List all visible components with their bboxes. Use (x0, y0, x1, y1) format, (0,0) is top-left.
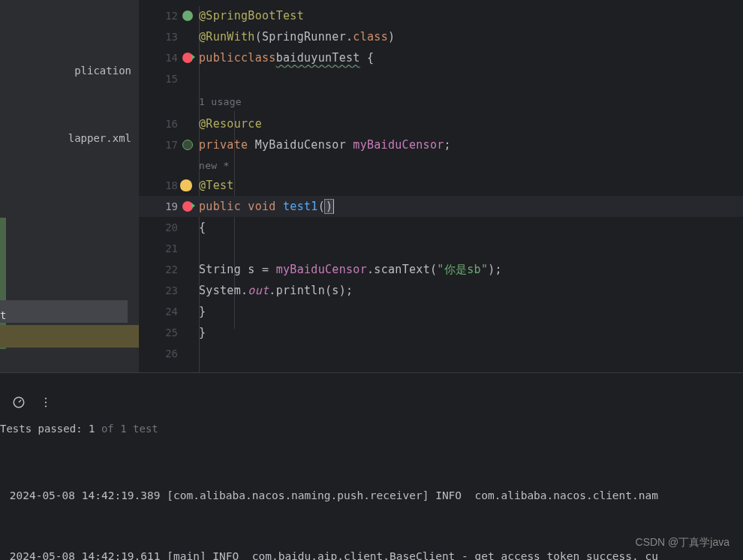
svg-point-2 (45, 402, 47, 403)
annotation: @Test (199, 179, 234, 192)
status-suffix: of 1 test (95, 423, 158, 435)
line-number: 24 (165, 306, 178, 318)
code-line-active[interactable]: public void test1() (199, 196, 743, 217)
line-number: 23 (165, 285, 178, 297)
code-line[interactable]: private MyBaiduCensor myBaiduCensor; (199, 134, 743, 155)
gutter-hint-spacer (139, 89, 199, 113)
code-line[interactable] (199, 68, 743, 89)
gauge-icon[interactable] (12, 396, 26, 409)
gutter-line[interactable]: 25 (139, 322, 199, 343)
line-number: 22 (165, 263, 178, 275)
test-status-bar: Tests passed: 1 of 1 test (0, 415, 743, 445)
gutter-line[interactable]: 26 (139, 343, 199, 364)
svg-point-1 (45, 398, 47, 399)
code-line-hint[interactable]: 1 usage (199, 89, 743, 113)
gutter-line[interactable]: 20 (139, 217, 199, 238)
string-literal: "你是sb" (437, 263, 488, 277)
code-line[interactable]: } (199, 301, 743, 322)
line-number: 20 (165, 221, 178, 233)
lightbulb-icon[interactable] (180, 179, 192, 191)
code-line[interactable]: @Resource (199, 113, 743, 134)
class-name: baiduyunTest (276, 51, 360, 65)
code-editor[interactable]: @SpringBootTest @RunWith(SpringRunner.cl… (199, 0, 743, 372)
method-name: test1 (283, 200, 318, 213)
sidebar-current-bg (0, 325, 139, 348)
line-number: 12 (165, 10, 178, 22)
code-line[interactable]: @RunWith(SpringRunner.class) (199, 26, 743, 47)
text-caret (333, 200, 334, 213)
gutter-line[interactable]: 14 (139, 47, 199, 68)
gutter-line[interactable]: 17 (139, 134, 199, 155)
gutter-line[interactable]: 23 (139, 280, 199, 301)
annotation: @Resource (199, 117, 262, 131)
more-icon[interactable] (39, 396, 53, 409)
line-number: 13 (165, 31, 178, 43)
project-sidebar[interactable]: plication lapper.xml t (0, 0, 139, 372)
code-line[interactable]: System.out.println(s); (199, 280, 743, 301)
code-line[interactable] (199, 238, 743, 259)
line-number: 21 (165, 242, 178, 254)
line-number: 25 (165, 327, 178, 339)
sidebar-item-selected[interactable]: t (0, 305, 6, 326)
test-results-panel[interactable]: Tests passed: 1 of 1 test 2024-05-08 14:… (0, 372, 743, 560)
sidebar-item-application[interactable]: plication (0, 60, 131, 81)
gutter-line[interactable]: 24 (139, 301, 199, 322)
annotation: @RunWith (199, 30, 255, 44)
gutter-line[interactable]: 22 (139, 259, 199, 280)
gutter-line[interactable]: 21 (139, 238, 199, 259)
code-line[interactable]: @SpringBootTest (199, 5, 743, 26)
line-number: 19 (165, 200, 178, 212)
field-name: myBaiduCensor (353, 138, 444, 152)
gutter-hint-spacer (139, 155, 199, 175)
run-test-icon[interactable] (182, 53, 193, 63)
code-line[interactable]: String s = myBaiduCensor.scanText("你是sb"… (199, 259, 743, 280)
status-prefix: Tests passed: (0, 423, 89, 435)
console-line: 2024-05-08 14:42:19.389 [com.alibaba.nac… (3, 486, 743, 506)
svg-point-3 (45, 405, 47, 407)
code-line[interactable]: { (199, 217, 743, 238)
line-number: 26 (165, 348, 178, 360)
code-line[interactable]: public class baiduyunTest { (199, 47, 743, 68)
watermark: CSDN @丁真学java (636, 536, 729, 549)
line-number: 17 (165, 139, 178, 151)
line-number: 14 (165, 52, 178, 64)
code-line[interactable]: } (199, 322, 743, 343)
line-number: 16 (165, 118, 178, 130)
spring-icon[interactable] (182, 11, 193, 21)
usage-hint[interactable]: 1 usage (199, 96, 242, 107)
gutter-line[interactable]: 12 (139, 5, 199, 26)
annotation: @SpringBootTest (199, 9, 304, 23)
test-toolbar (0, 373, 743, 415)
gutter-line[interactable]: 16 (139, 113, 199, 134)
line-number: 15 (165, 73, 178, 85)
sidebar-selection-bg (0, 300, 128, 323)
console-line: 2024-05-08 14:42:19.611 [main] INFO com.… (3, 546, 743, 560)
gutter-line[interactable]: 19 (139, 196, 199, 217)
gutter-line[interactable]: 13 (139, 26, 199, 47)
console-output[interactable]: 2024-05-08 14:42:19.389 [com.alibaba.nac… (0, 445, 743, 560)
code-line[interactable]: @Test (199, 175, 743, 196)
bean-icon[interactable] (182, 140, 193, 150)
new-hint[interactable]: new * (199, 160, 230, 171)
line-number: 18 (165, 179, 178, 191)
code-line-hint[interactable]: new * (199, 155, 743, 175)
gutter-line[interactable]: 15 (139, 68, 199, 89)
run-test-icon[interactable] (182, 201, 193, 212)
sidebar-item-mapper[interactable]: lapper.xml (0, 128, 131, 149)
